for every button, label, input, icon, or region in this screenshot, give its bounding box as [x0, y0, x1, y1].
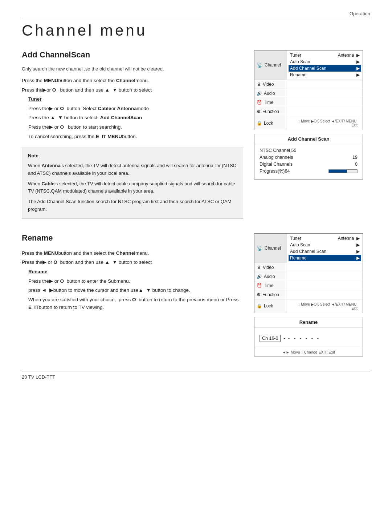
tv-menu-2: 📡 Channel Tuner Antenna ▶ Auto Scan ▶ Ad…	[254, 233, 363, 313]
tv-menu-1: 📡 Channel Tuner Antenna ▶ Auto Scan ▶ Ad…	[254, 50, 363, 130]
instruction-1: Press the MENUbutton and then select the…	[22, 77, 243, 85]
channel-label: Channel	[265, 63, 281, 68]
instruction-4: Press the ▲ ▼ button to select Add Chann…	[28, 114, 243, 122]
tv-menu-footer-1: ↕ Move ▶OK Select ◄/EXIT/ MENU: Exit	[290, 118, 360, 128]
cable-bold: Cable	[98, 106, 111, 111]
rename-title: Rename	[22, 233, 243, 243]
rename-separator: -	[283, 335, 285, 341]
tv-menu-2-left-audio: 🔊 Audio	[254, 272, 287, 281]
rename-instruction-2: Press the▶ or O button and then use ▲ ▼ …	[22, 258, 243, 266]
o-bold-4: O	[54, 259, 58, 265]
audio-icon: 🔊	[257, 91, 262, 96]
progress-bar-outer	[328, 169, 358, 173]
lock-icon-2: 🔒	[257, 303, 262, 309]
digital-channels-label: Digital Channels	[260, 162, 293, 167]
time-icon-2: ⏰	[257, 283, 262, 288]
add-channel-scan-right: 📡 Channel Tuner Antenna ▶ Auto Scan ▶ Ad…	[254, 50, 370, 219]
o-bold-3: O	[60, 124, 64, 130]
menu-item-tuner: Tuner Antenna ▶	[290, 52, 360, 59]
channel-bold-2: Channel	[116, 250, 135, 256]
tv-menu-2-row-video: 🖥 Video	[254, 263, 363, 272]
rename-dialog: Rename Ch 16-0 - - - - - - - ◄► Move ↕ C…	[254, 317, 363, 356]
rename-section: Rename Press the MENUbutton and then sel…	[22, 233, 370, 356]
tv-menu-footer-2: ↕ Move ▶OK Select ◄/EXIT/ MENU: Exit	[290, 301, 360, 311]
antenna-text: Antenna ▶	[338, 53, 360, 58]
tv-menu-right-lock: ↕ Move ▶OK Select ◄/EXIT/ MENU: Exit	[287, 116, 363, 130]
add-channel-scan-title: Add ChannelScan	[22, 50, 243, 60]
function-icon-2: ⚙	[257, 292, 261, 297]
tv-menu-2-right-video	[287, 263, 363, 272]
menu-item-autoscan: Auto Scan ▶	[290, 59, 360, 65]
tv-menu-2-right-lock: ↕ Move ▶OK Select ◄/EXIT/ MENU: Exit	[287, 299, 363, 313]
tv-menu-2-right-channel: Tuner Antenna ▶ Auto Scan ▶ Add Channel …	[287, 234, 363, 263]
tv-menu-left-function: ⚙ Function	[254, 107, 287, 116]
tv-menu-row-channel: 📡 Channel Tuner Antenna ▶ Auto Scan ▶ Ad…	[254, 51, 363, 80]
function-label-2: Function	[262, 292, 279, 297]
rename-channel-box: Ch 16-0	[260, 335, 281, 342]
video-icon-2: 🖥	[257, 265, 261, 270]
menu2-item-tuner: Tuner Antenna ▶	[290, 235, 360, 242]
digital-channels-row: Digital Channels 0	[260, 162, 358, 167]
time-label-2: Time	[264, 283, 273, 288]
tv-menu-right-video	[287, 80, 363, 89]
exit-menu-bold: E IT MENU	[96, 134, 122, 139]
rename-dialog-title: Rename	[254, 317, 363, 327]
analog-channels-label: Analog channels	[260, 155, 293, 160]
page-footer: 20 TV LCD-TFT	[22, 371, 370, 380]
rename-instruction-1: Press the MENUbutton and then select the…	[22, 249, 243, 257]
video-icon: 🖥	[257, 82, 261, 87]
tv-menu-2-right-time	[287, 281, 363, 290]
note-box: Note When Antennais selected, the TV wil…	[22, 147, 243, 219]
o-bold-1: O	[52, 87, 56, 93]
add-channel-scan-left: Add ChannelScan Only search the new chan…	[22, 50, 243, 219]
tv-menu-row-function: ⚙ Function	[254, 107, 363, 116]
progress-label: Progress(%)64	[260, 169, 290, 174]
tv-menu-row-audio: 🔊 Audio	[254, 89, 363, 98]
section-label: Operation	[350, 11, 370, 16]
audio-icon-2: 🔊	[257, 274, 262, 279]
video-label: Video	[263, 82, 274, 87]
tuner-text-2: Tuner	[290, 236, 301, 241]
page-header: Operation	[22, 11, 370, 18]
antenna-bold-note: Antenna	[42, 163, 61, 168]
tuner-text: Tuner	[290, 53, 301, 58]
lock-label-2: Lock	[264, 303, 273, 309]
o-bold-6: O	[132, 297, 136, 302]
instruction-3: Press the▶ or O button Select Cableor An…	[28, 105, 243, 113]
channel-bold-1: Channel	[116, 78, 135, 83]
tv-menu-row-time: ⏰ Time	[254, 98, 363, 107]
rename-text-2: Rename	[290, 255, 306, 261]
instruction-2: Press the▶or O button and then use ▲ ▼ b…	[22, 86, 243, 94]
menu-item-addchannelscan: Add Channel Scan ▶	[289, 65, 361, 72]
add-channel-scan-dialog: Add Channel Scan NTSC Channel 55 Analog …	[254, 134, 363, 180]
note-title: Note	[28, 152, 237, 160]
page-footer-text: 20 TV LCD-TFT	[22, 374, 55, 380]
cable-bold-note: Cable	[42, 181, 54, 186]
tuner-label: Tuner	[28, 95, 243, 103]
autoscan-arrow-2: ▶	[356, 242, 360, 247]
tv-menu-left-lock: 🔒 Lock	[254, 116, 287, 130]
tv-menu-right-audio	[287, 89, 363, 98]
tv-menu-row-video: 🖥 Video	[254, 80, 363, 89]
tv-menu-2-row-function: ⚙ Function	[254, 290, 363, 299]
function-label: Function	[262, 109, 279, 114]
menu2-item-autoscan: Auto Scan ▶	[290, 242, 360, 248]
audio-label-2: Audio	[264, 274, 275, 279]
exit-bold-2: E IT	[28, 305, 39, 310]
rename-instruction-4: press ◄ ▶button to move the cursor and t…	[28, 286, 243, 294]
menu-bold-2: MENU	[44, 250, 58, 256]
rename-arrow: ▶	[356, 72, 360, 77]
rename-input-display: Ch 16-0 - - - - - - -	[260, 335, 358, 342]
addchannelscan-text: Add Channel Scan	[290, 66, 326, 71]
o-bold-5: O	[60, 278, 64, 284]
tv-menu-2-left-time: ⏰ Time	[254, 281, 287, 290]
analog-channels-row: Analog channels 19	[260, 155, 358, 160]
rename-left: Rename Press the MENUbutton and then sel…	[22, 233, 243, 356]
tv-menu-2-row-lock: 🔒 Lock ↕ Move ▶OK Select ◄/EXIT/ MENU: E…	[254, 299, 363, 313]
rename-right: 📡 Channel Tuner Antenna ▶ Auto Scan ▶ Ad…	[254, 233, 370, 356]
tv-menu-left-audio: 🔊 Audio	[254, 89, 287, 98]
tv-menu-left-time: ⏰ Time	[254, 98, 287, 107]
time-label: Time	[264, 100, 273, 105]
rename-dialog-body: Ch 16-0 - - - - - - -	[254, 327, 363, 348]
add-channel-scan-intro: Only search the new channel ,so the old …	[22, 66, 243, 72]
